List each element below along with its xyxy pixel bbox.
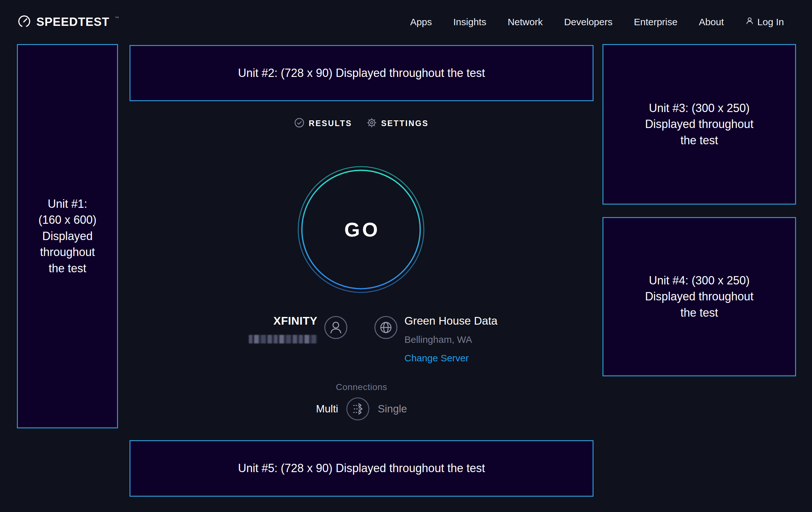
ad-unit-4-text: Unit #4: (300 x 250) Displayed throughou… bbox=[645, 273, 753, 321]
ad-unit-5-text: Unit #5: (728 x 90) Displayed throughout… bbox=[238, 460, 485, 476]
login-label: Log In bbox=[757, 17, 784, 27]
speedtest-logo[interactable]: SPEEDTEST ™ bbox=[17, 14, 119, 30]
connections-mode-icon[interactable] bbox=[346, 397, 370, 421]
ad-unit-2-text: Unit #2: (728 x 90) Displayed throughout… bbox=[238, 65, 485, 81]
nav-item-apps[interactable]: Apps bbox=[410, 17, 432, 27]
go-button[interactable]: GO bbox=[297, 165, 425, 294]
ad-unit-3: Unit #3: (300 x 250) Displayed throughou… bbox=[603, 44, 796, 205]
connections-option-multi[interactable]: Multi bbox=[316, 403, 338, 415]
main-nav: Apps Insights Network Developers Enterpr… bbox=[410, 17, 784, 27]
change-server-link[interactable]: Change Server bbox=[404, 353, 469, 363]
tab-results[interactable]: RESULTS bbox=[294, 118, 352, 129]
tab-results-label: RESULTS bbox=[309, 119, 352, 128]
nav-item-insights[interactable]: Insights bbox=[453, 17, 486, 27]
ad-unit-1: Unit #1: (160 x 600) Displayed throughou… bbox=[17, 44, 118, 428]
ad-unit-4: Unit #4: (300 x 250) Displayed throughou… bbox=[603, 217, 796, 376]
header: SPEEDTEST ™ Apps Insights Network Develo… bbox=[0, 0, 812, 44]
connections-section: Connections Multi Single bbox=[129, 382, 593, 421]
tab-settings-label: SETTINGS bbox=[381, 119, 429, 128]
nav-item-about[interactable]: About bbox=[699, 17, 724, 27]
gear-icon bbox=[367, 118, 377, 129]
masked-isp-details bbox=[249, 335, 317, 344]
nav-item-network[interactable]: Network bbox=[508, 17, 543, 27]
speedtest-gauge-icon bbox=[17, 14, 32, 30]
isp-name: XFINITY bbox=[204, 315, 317, 327]
ad-unit-2: Unit #2: (728 x 90) Displayed throughout… bbox=[129, 45, 593, 101]
server-info: Green House Data Bellingham, WA Change S… bbox=[404, 313, 519, 363]
nav-item-enterprise[interactable]: Enterprise bbox=[634, 17, 677, 27]
connection-info-row: XFINITY Green House Data Bellingham, WA … bbox=[129, 313, 593, 363]
connections-toggle-row: Multi Single bbox=[129, 397, 593, 421]
ad-unit-3-text: Unit #3: (300 x 250) Displayed throughou… bbox=[645, 100, 753, 149]
connections-label: Connections bbox=[129, 382, 593, 392]
check-circle-icon bbox=[294, 118, 304, 129]
ad-unit-1-text: Unit #1: (160 x 600) Displayed throughou… bbox=[38, 196, 96, 276]
user-icon bbox=[745, 17, 754, 27]
tab-bar: RESULTS SETTINGS bbox=[129, 115, 593, 132]
logo-text: SPEEDTEST bbox=[36, 15, 109, 29]
nav-item-developers[interactable]: Developers bbox=[564, 17, 613, 27]
tab-settings[interactable]: SETTINGS bbox=[367, 118, 429, 129]
login-button[interactable]: Log In bbox=[745, 17, 784, 27]
server-location: Bellingham, WA bbox=[404, 334, 519, 345]
server-name: Green House Data bbox=[404, 315, 519, 327]
isp-info: XFINITY bbox=[204, 313, 317, 345]
isp-user-circle-icon bbox=[324, 315, 348, 340]
connections-option-single[interactable]: Single bbox=[378, 403, 407, 415]
speedtest-page: SPEEDTEST ™ Apps Insights Network Develo… bbox=[0, 0, 812, 512]
server-globe-circle-icon bbox=[374, 315, 398, 340]
logo-trademark: ™ bbox=[115, 16, 119, 21]
go-button-label: GO bbox=[297, 165, 425, 294]
ad-unit-5: Unit #5: (728 x 90) Displayed throughout… bbox=[129, 440, 593, 497]
